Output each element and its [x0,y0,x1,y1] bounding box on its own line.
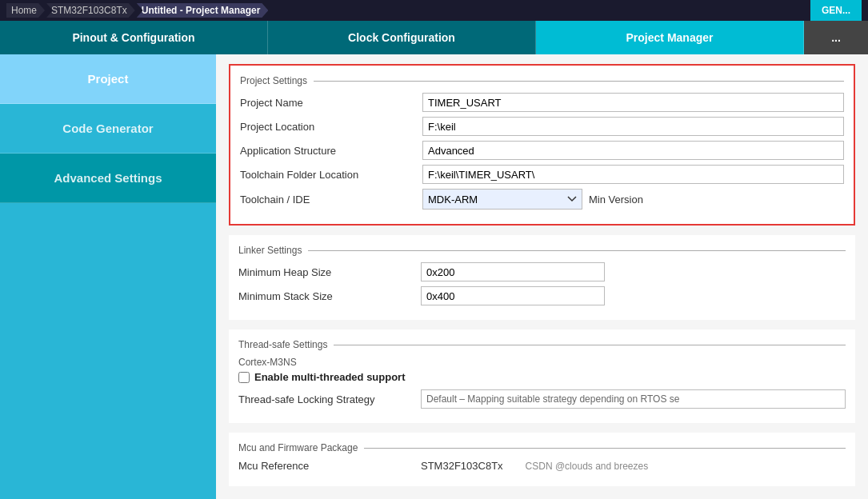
thread-safe-label: Thread-safe Settings [238,339,846,350]
tab-pinout[interactable]: Pinout & Configuration [0,21,268,54]
tab-bar: Pinout & Configuration Clock Configurati… [0,21,868,54]
toolchain-ide-controls: MDK-ARM IAR SW4STM32 Makefile Min Versio… [422,189,643,210]
mcu-reference-value: STM32F103C8Tx [421,460,503,472]
sidebar-item-code-generator[interactable]: Code Generator [0,104,216,154]
min-stack-input[interactable] [421,286,605,305]
project-name-input[interactable] [422,93,844,112]
project-settings-section: Project Settings Project Name Project Lo… [229,64,855,226]
cortex-m3ns-label: Cortex-M3NS [238,357,846,368]
toolchain-ide-row: Toolchain / IDE MDK-ARM IAR SW4STM32 Mak… [240,189,844,210]
breadcrumb-home[interactable]: Home [6,3,45,18]
sidebar-item-advanced-settings[interactable]: Advanced Settings [0,154,216,203]
application-structure-label: Application Structure [240,145,416,157]
tab-clock[interactable]: Clock Configuration [268,21,536,54]
min-heap-row: Minimum Heap Size [238,262,846,281]
content-area: Project Settings Project Name Project Lo… [216,54,868,499]
project-name-row: Project Name [240,93,844,112]
min-heap-input[interactable] [421,262,605,281]
project-location-label: Project Location [240,121,416,133]
mcu-firmware-section: Mcu and Firmware Package Mcu Reference S… [229,433,855,486]
mcu-reference-row: Mcu Reference STM32F103C8Tx CSDN @clouds… [238,460,846,472]
project-settings-label: Project Settings [240,75,844,86]
enable-multithreaded-label: Enable multi-threaded support [254,371,406,383]
enable-multithreaded-row: Enable multi-threaded support [238,371,846,383]
watermark: CSDN @clouds and breezes [526,461,649,472]
toolchain-folder-input[interactable] [422,165,844,184]
toolchain-folder-row: Toolchain Folder Location [240,165,844,184]
locking-strategy-input[interactable] [421,389,846,409]
min-stack-label: Minimum Stack Size [238,290,414,302]
tab-project-manager[interactable]: Project Manager [536,21,804,54]
tab-extra[interactable]: ... [804,21,868,54]
locking-strategy-row: Thread-safe Locking Strategy [238,389,846,409]
breadcrumb-mcu[interactable]: STM32F103C8Tx [46,3,135,18]
generate-button[interactable]: GEN... [810,0,862,21]
sidebar-item-project[interactable]: Project [0,54,216,104]
breadcrumb-active[interactable]: Untitled - Project Manager [137,3,269,18]
mcu-firmware-label: Mcu and Firmware Package [238,442,846,453]
mcu-reference-label: Mcu Reference [238,460,414,472]
toolchain-ide-select[interactable]: MDK-ARM IAR SW4STM32 Makefile [422,189,582,210]
application-structure-row: Application Structure [240,141,844,160]
toolchain-ide-label: Toolchain / IDE [240,194,416,206]
project-location-row: Project Location [240,117,844,136]
project-location-input[interactable] [422,117,844,136]
toolchain-folder-label: Toolchain Folder Location [240,169,416,181]
application-structure-input[interactable] [422,141,844,160]
breadcrumb-bar: Home STM32F103C8Tx Untitled - Project Ma… [0,0,868,21]
linker-settings-label: Linker Settings [238,245,846,256]
locking-strategy-label: Thread-safe Locking Strategy [238,393,414,405]
project-name-label: Project Name [240,97,416,109]
min-stack-row: Minimum Stack Size [238,286,846,305]
min-version-label: Min Version [589,194,643,206]
sidebar: Project Code Generator Advanced Settings [0,54,216,499]
main-layout: Project Code Generator Advanced Settings… [0,54,868,499]
min-heap-label: Minimum Heap Size [238,266,414,278]
linker-settings-section: Linker Settings Minimum Heap Size Minimu… [229,235,855,320]
thread-safe-section: Thread-safe Settings Cortex-M3NS Enable … [229,329,855,423]
enable-multithreaded-checkbox[interactable] [238,372,250,383]
